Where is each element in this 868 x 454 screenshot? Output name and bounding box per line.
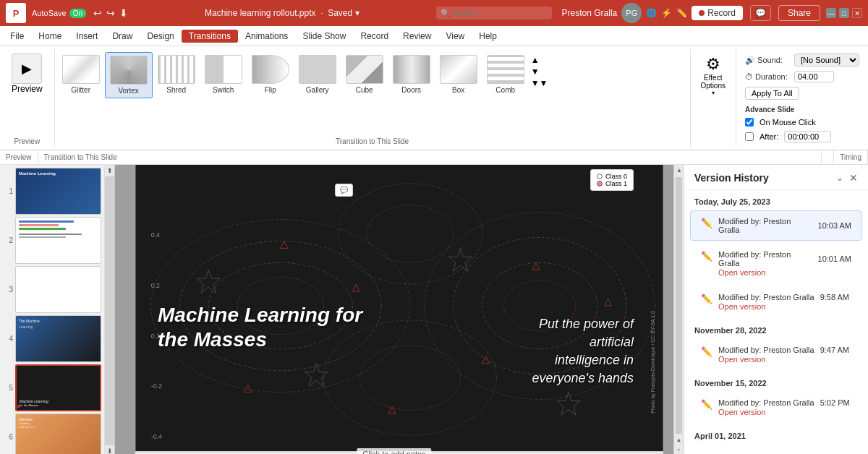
globe-icon[interactable]: 🌐 bbox=[646, 8, 657, 18]
slide-6-thumb[interactable]: Effective Learning Change the... bbox=[15, 414, 101, 454]
share-button[interactable]: Share bbox=[778, 5, 820, 21]
slide-credit: Photo by François-Dominique / CC BY-SA 1… bbox=[650, 311, 655, 414]
version-info-3: Modified by: Preston Gralla 9:58 AM Open… bbox=[718, 293, 851, 311]
doors-label: Doors bbox=[401, 86, 421, 94]
version-entry-3[interactable]: ✏️ Modified by: Preston Gralla 9:58 AM O… bbox=[690, 286, 862, 317]
version-info-4: Modified by: Preston Gralla 9:47 AM Open… bbox=[718, 346, 851, 364]
gallery-thumb bbox=[299, 55, 336, 84]
quick-access-icon[interactable]: ⬇ bbox=[119, 7, 128, 19]
legend-dot-1 bbox=[597, 181, 603, 187]
transition-items: Glitter Vortex Shred Switch Flip Gallery bbox=[55, 49, 690, 136]
vortex-thumb bbox=[110, 56, 148, 85]
menu-help[interactable]: Help bbox=[472, 30, 504, 43]
slide-3-num: 3 bbox=[3, 286, 13, 294]
nav-center-icon[interactable]: • bbox=[674, 445, 684, 454]
menu-view[interactable]: View bbox=[438, 30, 472, 43]
version-entry-1[interactable]: ✏️ Modified by: Preston Gralla 10:03 AM bbox=[690, 210, 862, 241]
vertical-scroll-track bbox=[676, 177, 682, 434]
transition-glitter[interactable]: Glitter bbox=[58, 52, 104, 97]
version-by-5: Modified by: Preston Gralla bbox=[718, 398, 814, 407]
apply-all-button[interactable]: Apply To All bbox=[745, 87, 799, 100]
slide-canvas-wrapper: 0.4 0.2 0.1 -0.2 -0.4 -0.5 -0.4 -0.1 0.0… bbox=[135, 165, 663, 454]
menu-record[interactable]: Record bbox=[353, 30, 396, 43]
version-link-4[interactable]: Open version bbox=[718, 355, 851, 364]
title-bar: P AutoSave On ↩ ↪ ⬇ Machine learning rol… bbox=[0, 0, 868, 26]
record-button[interactable]: Record bbox=[692, 6, 743, 20]
redo-icon[interactable]: ↪ bbox=[106, 7, 115, 19]
comment-button[interactable]: 💬 bbox=[750, 5, 771, 21]
user-area: Preston Gralla PG bbox=[562, 3, 642, 23]
scroll-left-icon[interactable]: ⬆ bbox=[105, 165, 114, 176]
menu-design[interactable]: Design bbox=[140, 30, 181, 43]
version-link-5[interactable]: Open version bbox=[718, 408, 851, 416]
effect-options-button[interactable]: ⚙ Effect Options ▾ bbox=[697, 52, 730, 99]
after-checkbox[interactable] bbox=[745, 132, 754, 141]
maximize-button[interactable]: □ bbox=[839, 8, 849, 18]
box-label: Box bbox=[452, 86, 464, 94]
menu-animations[interactable]: Animations bbox=[238, 30, 295, 43]
menu-draw[interactable]: Draw bbox=[105, 30, 140, 43]
minimize-button[interactable]: — bbox=[826, 8, 836, 18]
scroll-up-btn[interactable]: ▲ bbox=[674, 165, 684, 176]
version-by-4: Modified by: Preston Gralla bbox=[718, 346, 814, 354]
version-close-button[interactable]: ✕ bbox=[849, 172, 858, 184]
transition-gallery[interactable]: Gallery bbox=[294, 52, 341, 97]
on-mouse-click-checkbox[interactable] bbox=[745, 118, 754, 127]
vertical-scrollbar[interactable]: ▲ ▲ • ▼ ▼ bbox=[673, 165, 684, 454]
scroll-up-button[interactable]: ▲ ▼ ▼▼ bbox=[529, 52, 550, 91]
transition-flip[interactable]: Flip bbox=[247, 52, 294, 97]
pen-icon[interactable]: ✏️ bbox=[676, 8, 687, 18]
slide-6-container: 6 Effective Learning Change the... ★ bbox=[3, 414, 101, 454]
slide-5-star: ★ bbox=[16, 403, 21, 410]
transition-cube[interactable]: Cube bbox=[341, 52, 388, 97]
click-to-add-notes[interactable]: Click to add notes bbox=[357, 448, 431, 454]
duration-input[interactable] bbox=[794, 71, 834, 82]
transition-doors[interactable]: Doors bbox=[388, 52, 435, 97]
menu-insert[interactable]: Insert bbox=[69, 30, 105, 43]
lightning-icon[interactable]: ⚡ bbox=[661, 8, 672, 18]
sound-select[interactable]: [No Sound] bbox=[794, 53, 859, 67]
version-info-1: Modified by: Preston Gralla 10:03 AM bbox=[718, 217, 851, 234]
slide-4-thumb[interactable]: The Machine Learning bbox=[15, 315, 101, 362]
version-link-3[interactable]: Open version bbox=[718, 302, 851, 311]
transition-shred[interactable]: Shred bbox=[153, 52, 200, 97]
close-button[interactable]: ✕ bbox=[852, 8, 862, 18]
autosave-label: AutoSave bbox=[32, 9, 67, 17]
slide-3-thumb[interactable] bbox=[15, 266, 101, 313]
scroll-right-icon[interactable]: ⬇ bbox=[105, 445, 114, 454]
undo-icon[interactable]: ↩ bbox=[93, 7, 102, 19]
legend-class1-label: Class 1 bbox=[605, 180, 627, 187]
menu-home[interactable]: Home bbox=[31, 30, 69, 43]
menu-review[interactable]: Review bbox=[396, 30, 438, 43]
version-entry-2[interactable]: ✏️ Modified by: Preston Gralla 10:01 AM … bbox=[690, 244, 862, 283]
slide-4-inner: The Machine Learning bbox=[16, 316, 101, 361]
version-chevron-icon[interactable]: ⌄ bbox=[836, 173, 843, 183]
effect-options-arrow: ▾ bbox=[712, 90, 715, 96]
ribbon-preview-section: ▶ Preview Preview bbox=[0, 49, 55, 147]
cube-label: Cube bbox=[356, 86, 373, 94]
edit-icon-3: ✏️ bbox=[701, 294, 712, 304]
transition-box[interactable]: Box bbox=[435, 52, 482, 97]
transition-comb[interactable]: Comb bbox=[482, 52, 529, 97]
version-entry-5[interactable]: ✏️ Modified by: Preston Gralla 5:02 PM O… bbox=[690, 392, 862, 423]
menu-file[interactable]: File bbox=[3, 30, 31, 43]
after-input[interactable] bbox=[784, 131, 831, 142]
transition-switch[interactable]: Switch bbox=[200, 52, 247, 97]
menu-bar: File Home Insert Draw Design Transitions… bbox=[0, 26, 868, 46]
left-scroll: ⬆ ⬇ bbox=[105, 165, 115, 454]
menu-transitions[interactable]: Transitions bbox=[182, 30, 238, 43]
menu-slideshow[interactable]: Slide Show bbox=[295, 30, 353, 43]
slide-5-thumb[interactable]: Machine Learning for the Masses bbox=[15, 364, 101, 411]
preview-button[interactable]: ▶ Preview bbox=[6, 51, 48, 97]
slides-panel: 1 Machine Learning 2 3 bbox=[0, 165, 105, 454]
slide-canvas: 0.4 0.2 0.1 -0.2 -0.4 -0.5 -0.4 -0.1 0.0… bbox=[135, 165, 663, 454]
version-link-2[interactable]: Open version bbox=[718, 268, 851, 277]
nav-up-icon[interactable]: ▲ bbox=[674, 435, 684, 445]
version-entry-4[interactable]: ✏️ Modified by: Preston Gralla 9:47 AM O… bbox=[690, 339, 862, 370]
slide-1-thumb[interactable]: Machine Learning bbox=[15, 168, 101, 215]
main-area: 1 Machine Learning 2 3 bbox=[0, 165, 868, 454]
slide-2-thumb[interactable] bbox=[15, 217, 101, 264]
transition-vortex[interactable]: Vortex bbox=[105, 52, 153, 98]
autosave-toggle[interactable]: On bbox=[69, 9, 86, 18]
search-input[interactable] bbox=[436, 7, 552, 20]
